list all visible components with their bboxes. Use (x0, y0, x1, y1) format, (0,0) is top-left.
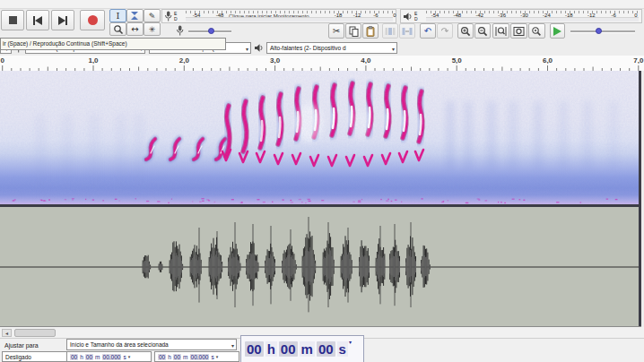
magnifier-icon (113, 24, 124, 35)
draw-tool-button[interactable]: ✎ (144, 9, 161, 22)
chevron-down-icon: ▾ (392, 45, 395, 54)
speaker-icon (403, 12, 413, 22)
selection-start-field[interactable]: 00h00m00.000s▾ (66, 351, 152, 362)
zoom-in-icon (460, 26, 471, 37)
envelope-icon (130, 11, 140, 21)
meter-scale-label: -12 (587, 13, 596, 18)
selection-toolbar: Ajustar para Desligado ▾ Início e Tamanh… (0, 338, 644, 362)
paste-button[interactable] (362, 23, 379, 39)
meter-scale-label: -6 (611, 13, 615, 18)
zoom-in-button[interactable] (457, 23, 474, 39)
trim-icon (385, 27, 396, 36)
copy-icon (349, 26, 359, 37)
selection-mode-value: Início e Tamanho da área selecionada (70, 341, 169, 348)
chevron-down-icon: ▾ (349, 339, 352, 345)
trim-audio-button[interactable] (382, 23, 398, 39)
play-speed-slider[interactable] (570, 30, 635, 33)
timeline-ruler[interactable]: 01,02,03,04,05,06,07,0 (0, 56, 644, 71)
meter-scale-label: 0 (393, 13, 396, 18)
play-speed-thumb[interactable] (596, 28, 602, 34)
copy-button[interactable] (345, 23, 361, 39)
meter-scale-label: -48 (216, 13, 224, 18)
menu-item-exibir[interactable]: Exibir (25, 6, 48, 9)
meter-scale-label: 0 (634, 13, 637, 18)
snap-value: Desligado (5, 354, 31, 360)
menu-item-cionar[interactable]: cionar (0, 6, 25, 9)
skip-to-end-button[interactable] (51, 10, 74, 30)
silence-icon (402, 27, 413, 36)
meter-scale-label: -18 (335, 13, 343, 18)
zoom-tool-button[interactable] (109, 22, 126, 36)
meter-scale-label: -30 (520, 13, 528, 18)
zoom-selection-icon (495, 26, 507, 37)
audio-position-counter[interactable]: 00h00m00s▾ (240, 335, 364, 362)
meter-scale-label: -48 (454, 13, 462, 18)
undo-button[interactable]: ↶ (420, 23, 436, 39)
scroll-left-button[interactable]: ◂ (2, 329, 12, 337)
speaker-icon (254, 43, 264, 53)
output-device-value: Alto-falantes (2- Dispositivo d (270, 45, 346, 51)
recording-volume-thumb[interactable] (208, 28, 214, 34)
zoom-fit-icon (513, 26, 525, 37)
zoom-toggle-button[interactable] (528, 23, 545, 39)
scissors-icon: ✂ (333, 26, 340, 36)
recording-volume-slider[interactable] (188, 30, 231, 33)
zoom-selection-button[interactable] (492, 23, 509, 39)
selection-mode-combo[interactable]: Início e Tamanho da área selecionada ▾ (66, 339, 237, 350)
waveform-track[interactable] (0, 207, 641, 326)
ruler-label: 4,0 (361, 56, 370, 65)
ruler-label: 0 (0, 56, 4, 65)
zoom-out-button[interactable] (474, 23, 491, 39)
ruler-label: 2,0 (179, 56, 189, 65)
menu-item-faixas[interactable]: Faixas (80, 6, 106, 9)
snap-label: Ajustar para (4, 342, 39, 349)
play-at-speed-button[interactable] (550, 23, 565, 39)
menu-item-controle[interactable]: Controle (48, 6, 80, 9)
redo-button[interactable]: ↷ (437, 23, 453, 39)
microphone-icon (176, 25, 184, 37)
meter-scale-label: -6 (373, 13, 378, 18)
meter-scale-label: -12 (353, 13, 361, 18)
recording-meter[interactable]: ED Clique para iniciar Monitoramento -54… (161, 9, 396, 23)
meter-scale-label: -36 (498, 13, 506, 18)
meter-channel-labels: ED (174, 11, 178, 22)
redo-icon: ↷ (441, 26, 448, 36)
pencil-icon: ✎ (149, 12, 156, 21)
output-device-combo[interactable]: Alto-falantes (2- Dispositivo d ▾ (266, 42, 397, 54)
record-button[interactable] (80, 10, 105, 30)
undo-icon: ↶ (424, 26, 431, 36)
ibeam-icon: I (117, 11, 120, 21)
arrows-horizontal-icon: ↔ (131, 24, 138, 34)
ruler-label: 6,0 (543, 56, 553, 65)
microphone-icon (164, 11, 172, 22)
counter-minutes: 00 (279, 341, 298, 357)
scrollbar-thumb[interactable] (14, 329, 56, 337)
chevron-down-icon: ▾ (246, 45, 248, 54)
selection-tool-button[interactable]: I (109, 9, 126, 22)
meter-scale-label: -42 (475, 13, 483, 18)
zoom-toggle-icon (531, 26, 543, 37)
skip-to-start-button[interactable] (26, 10, 49, 30)
spectrogram-image (0, 71, 639, 204)
zoom-fit-project-button[interactable] (510, 23, 527, 39)
stop-icon (9, 16, 17, 24)
multi-tool-button[interactable]: ✳ (144, 22, 161, 36)
playback-meter[interactable]: ED -54-48-42-36-30-24-18-12-60 (400, 9, 642, 23)
ruler-label: 3,0 (270, 56, 280, 65)
cut-button[interactable]: ✂ (328, 23, 344, 39)
play-icon (553, 27, 561, 36)
envelope-tool-button[interactable] (126, 9, 144, 22)
record-icon (88, 15, 98, 25)
meter-scale-label: -24 (543, 13, 551, 18)
skip-end-icon (58, 16, 65, 25)
time-shift-tool-button[interactable]: ↔ (126, 22, 144, 36)
silence-audio-button[interactable] (399, 23, 415, 39)
counter-seconds: 00 (317, 341, 335, 357)
chevron-down-icon: ▾ (128, 354, 131, 359)
spectrogram-track[interactable] (0, 71, 641, 204)
stop-button[interactable] (1, 10, 24, 30)
zoom-out-icon (477, 26, 488, 37)
selection-length-field[interactable]: 00h00m00.000s▾ (154, 351, 239, 362)
meter-scale-label: -18 (565, 13, 573, 18)
play-button-tooltip: ir (Space) / Reprodução Contínua (Shift+… (0, 38, 226, 50)
